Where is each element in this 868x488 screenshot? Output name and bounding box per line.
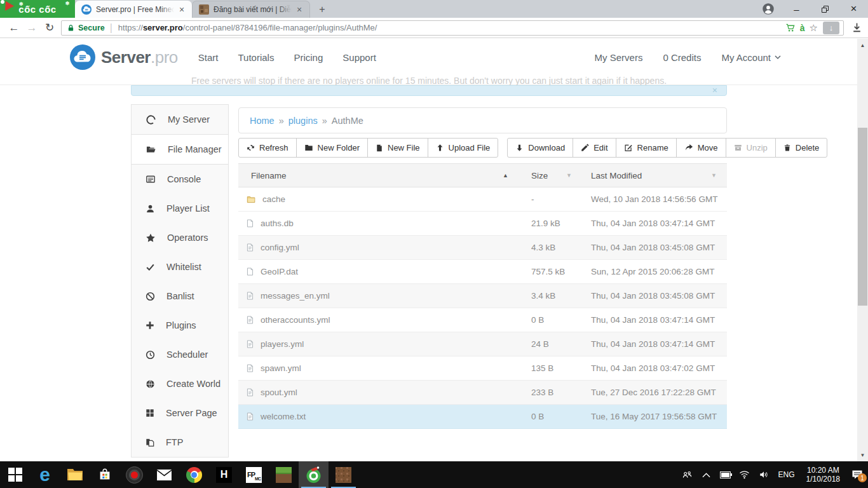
- delete-button[interactable]: Delete: [775, 138, 828, 158]
- file-text-icon: [246, 412, 254, 421]
- sidebar-item-console[interactable]: Console: [132, 165, 228, 194]
- taskbar-store[interactable]: [90, 461, 119, 488]
- url-box[interactable]: Secure | https://server.pro/control-pane…: [61, 20, 844, 36]
- url-text[interactable]: https://server.pro/control-panel/8784196…: [118, 23, 785, 32]
- reload-button[interactable]: ↻: [41, 21, 58, 34]
- wifi-icon[interactable]: [735, 470, 754, 479]
- sidebar-item-scheduler[interactable]: Scheduler: [132, 340, 228, 369]
- table-row[interactable]: auths.db 21.9 kB Thu, 04 Jan 2018 03:47:…: [238, 212, 727, 236]
- table-row[interactable]: spawn.yml 135 B Thu, 04 Jan 2018 03:47:0…: [238, 356, 727, 381]
- nav-link[interactable]: Support: [342, 52, 376, 63]
- column-header-size[interactable]: Size ▼: [527, 164, 590, 187]
- page-scrollbar[interactable]: ▲ ▼: [857, 39, 868, 461]
- move-button[interactable]: Move: [676, 138, 726, 158]
- rename-button[interactable]: Rename: [616, 138, 677, 158]
- scroll-down-icon[interactable]: ▼: [857, 450, 868, 460]
- file-modified: Tue, 16 May 2017 19:56:58 GMT: [590, 412, 727, 421]
- table-row[interactable]: messages_en.yml 3.4 kB Thu, 04 Jan 2018 …: [238, 284, 727, 308]
- table-row[interactable]: cache - Wed, 10 Jan 2018 14:56:56 GMT: [238, 187, 727, 212]
- taskbar-h-app[interactable]: H: [209, 461, 239, 488]
- account-nav-link[interactable]: 0 Credits: [663, 52, 701, 63]
- power-icon: [146, 114, 156, 125]
- sidebar-item-server-page[interactable]: Server Page: [132, 398, 228, 428]
- sidebar-item-banlist[interactable]: Banlist: [132, 281, 228, 311]
- download-button[interactable]: Download: [507, 138, 573, 158]
- new-file-button[interactable]: New File: [367, 138, 428, 158]
- back-button[interactable]: ←: [5, 22, 23, 34]
- sidebar-item-operators[interactable]: Operators: [132, 223, 228, 252]
- taskbar-minecraft-grass[interactable]: [269, 461, 299, 488]
- taskbar-coccoc[interactable]: [299, 461, 329, 488]
- minimize-button[interactable]: –: [782, 0, 811, 18]
- taskbar-minecraft-dirt[interactable]: [329, 461, 358, 488]
- close-button[interactable]: ×: [839, 0, 868, 18]
- refresh-button[interactable]: Refresh: [238, 138, 297, 158]
- downloads-icon[interactable]: [851, 22, 862, 33]
- tab-close-icon[interactable]: ×: [177, 4, 187, 15]
- nav-link[interactable]: Tutorials: [238, 52, 274, 63]
- restore-button[interactable]: [811, 0, 839, 18]
- forward-button[interactable]: →: [23, 22, 41, 34]
- sidebar-item-whitelist[interactable]: Whitelist: [132, 252, 228, 281]
- sidebar-item-create-world[interactable]: Create World: [132, 369, 228, 398]
- clock[interactable]: 10:20 AM 1/10/2018: [806, 466, 840, 484]
- banner-close-icon[interactable]: ×: [712, 85, 717, 95]
- move-icon: [684, 144, 693, 152]
- download-media-button[interactable]: ↓: [823, 22, 839, 34]
- upload-file-button[interactable]: Upload File: [428, 138, 499, 158]
- taskbar-fpmc-app[interactable]: FPMC: [239, 461, 269, 488]
- new-folder-button[interactable]: New Folder: [296, 138, 368, 158]
- tab-close-icon[interactable]: ×: [294, 4, 304, 15]
- column-header-filename[interactable]: Filename ▲: [238, 164, 527, 187]
- sidebar-item-file-manager[interactable]: File Manager: [132, 134, 228, 165]
- volume-icon[interactable]: [754, 470, 773, 479]
- folder-open-icon: [146, 145, 156, 154]
- file-name: cache: [262, 194, 285, 204]
- people-icon[interactable]: [678, 470, 697, 480]
- taskbar-recorder[interactable]: [119, 461, 149, 488]
- battery-icon[interactable]: [716, 471, 735, 478]
- bookmark-star-icon[interactable]: ☆: [810, 22, 818, 34]
- sidebar-item-ftp[interactable]: FTP: [132, 428, 228, 457]
- sidebar-item-my-server[interactable]: My Server: [132, 105, 228, 134]
- breadcrumb-plugins[interactable]: plugins: [288, 116, 318, 126]
- column-header-last-modified[interactable]: Last Modified ▼: [590, 164, 727, 187]
- breadcrumb-home[interactable]: Home: [250, 116, 275, 126]
- lock-icon: [67, 24, 75, 32]
- scroll-up-icon[interactable]: ▲: [857, 40, 868, 50]
- sidebar-item-player-list[interactable]: Player List: [132, 194, 228, 223]
- browser-viewport: Server.pro StartTutorialsPricingSupport …: [0, 39, 868, 461]
- taskbar-edge[interactable]: e: [30, 461, 60, 488]
- vietnamese-typing-icon[interactable]: à: [800, 23, 805, 33]
- notification-icon[interactable]: 1: [846, 470, 868, 480]
- edit-button[interactable]: Edit: [573, 138, 616, 158]
- site-logo[interactable]: Server.pro: [70, 44, 178, 70]
- nav-link[interactable]: Start: [198, 52, 219, 63]
- browser-tab[interactable]: Đăng bài viết mới | Diễn Đ ×: [192, 1, 310, 18]
- table-row[interactable]: config.yml 4.3 kB Thu, 04 Jan 2018 03:45…: [238, 236, 727, 260]
- table-row[interactable]: players.yml 24 B Thu, 04 Jan 2018 03:47:…: [238, 332, 727, 356]
- taskbar-file-explorer[interactable]: [60, 461, 90, 488]
- language-indicator[interactable]: ENG: [778, 470, 795, 479]
- profile-icon[interactable]: [754, 3, 782, 15]
- new-tab-button[interactable]: +: [313, 3, 332, 16]
- nav-link[interactable]: Pricing: [294, 52, 323, 63]
- coccoc-logo[interactable]: ❄ ❄ cốc cốc: [0, 0, 75, 18]
- taskbar-chrome[interactable]: [179, 461, 209, 488]
- taskbar-mail[interactable]: [149, 461, 179, 488]
- unzip-button[interactable]: Unzip: [726, 138, 776, 158]
- cart-icon[interactable]: [785, 23, 796, 32]
- account-nav-link[interactable]: My Servers: [595, 52, 643, 63]
- tab-title: Đăng bài viết mới | Diễn Đ: [214, 5, 292, 14]
- account-nav-link[interactable]: My Account: [721, 52, 781, 63]
- table-row[interactable]: otheraccounts.yml 0 B Thu, 04 Jan 2018 0…: [238, 308, 727, 332]
- table-row[interactable]: welcome.txt 0 B Tue, 16 May 2017 19:56:5…: [238, 405, 727, 429]
- browser-tab[interactable]: Server.pro | Free Minecraft ×: [75, 1, 192, 18]
- chevron-up-icon[interactable]: [697, 472, 716, 478]
- scrollbar-thumb[interactable]: [858, 128, 867, 306]
- sidebar-item-plugins[interactable]: Plugins: [132, 311, 228, 340]
- table-row[interactable]: spout.yml 233 B Tue, 27 Dec 2016 17:22:2…: [238, 381, 727, 405]
- taskbar-start[interactable]: [0, 461, 30, 488]
- file-text-icon: [246, 339, 254, 349]
- table-row[interactable]: GeoIP.dat 757.5 kB Sun, 12 Apr 2015 20:0…: [238, 260, 727, 284]
